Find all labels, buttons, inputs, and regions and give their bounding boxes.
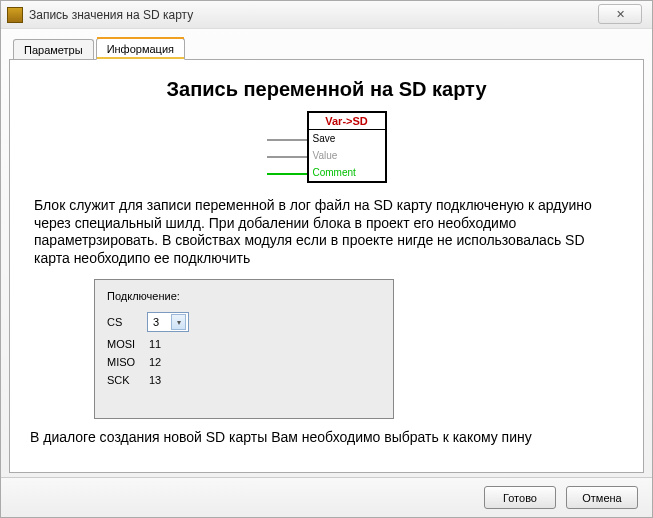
connection-value: 12 [147,356,161,368]
connection-label: SCK [107,374,147,386]
tab-page-information: Запись переменной на SD карту Var->SD Sa… [9,59,644,473]
block-rect: Var->SD Save Value Comment [307,111,387,183]
dialog-window: Запись значения на SD карту ✕ Параметры … [0,0,653,518]
block-header: Var->SD [309,113,385,130]
cancel-button[interactable]: Отмена [566,486,638,509]
pin-line-icon [267,173,307,175]
connection-title: Подключение: [107,290,381,302]
close-icon: ✕ [616,8,625,21]
tab-label: Параметры [24,44,83,56]
connection-row-mosi: MOSI 11 [107,338,381,350]
page-title: Запись переменной на SD карту [24,78,629,101]
connection-value: 13 [147,374,161,386]
description-text-2: В диалоге создания новой SD карты Вам не… [30,429,623,445]
connection-value: 11 [147,338,161,350]
tab-parameters[interactable]: Параметры [13,39,94,60]
connection-label: MISO [107,356,147,368]
window-title: Запись значения на SD карту [29,8,193,22]
block-diagram: Var->SD Save Value Comment [267,111,387,183]
tab-label: Информация [107,43,174,55]
block-pin-value: Value [309,147,385,164]
pin-line-icon [267,139,307,141]
pin-line-icon [267,156,307,158]
block-pin-comment: Comment [309,164,385,181]
pin-label: Comment [313,167,356,178]
button-label: Отмена [582,492,621,504]
close-button[interactable]: ✕ [598,4,642,24]
connection-label: MOSI [107,338,147,350]
connection-label: CS [107,316,147,328]
connection-row-miso: MISO 12 [107,356,381,368]
tab-strip: Параметры Информация [9,35,644,59]
select-value: 3 [153,316,159,328]
connection-row-sck: SCK 13 [107,374,381,386]
pin-label: Value [313,150,338,161]
button-label: Готово [503,492,537,504]
description-text: Блок служит для записи переменной в лог … [34,197,619,267]
pin-label: Save [313,133,336,144]
dialog-footer: Готово Отмена [1,477,652,517]
app-icon [7,7,23,23]
chevron-down-icon: ▾ [171,314,186,330]
ok-button[interactable]: Готово [484,486,556,509]
cs-pin-select[interactable]: 3 ▾ [147,312,189,332]
tab-information[interactable]: Информация [96,38,185,60]
block-pin-save: Save [309,130,385,147]
client-area: Параметры Информация Запись переменной н… [9,35,644,473]
titlebar[interactable]: Запись значения на SD карту ✕ [1,1,652,29]
connection-panel: Подключение: CS 3 ▾ MOSI 11 MISO 12 [94,279,394,419]
connection-row-cs: CS 3 ▾ [107,312,381,332]
